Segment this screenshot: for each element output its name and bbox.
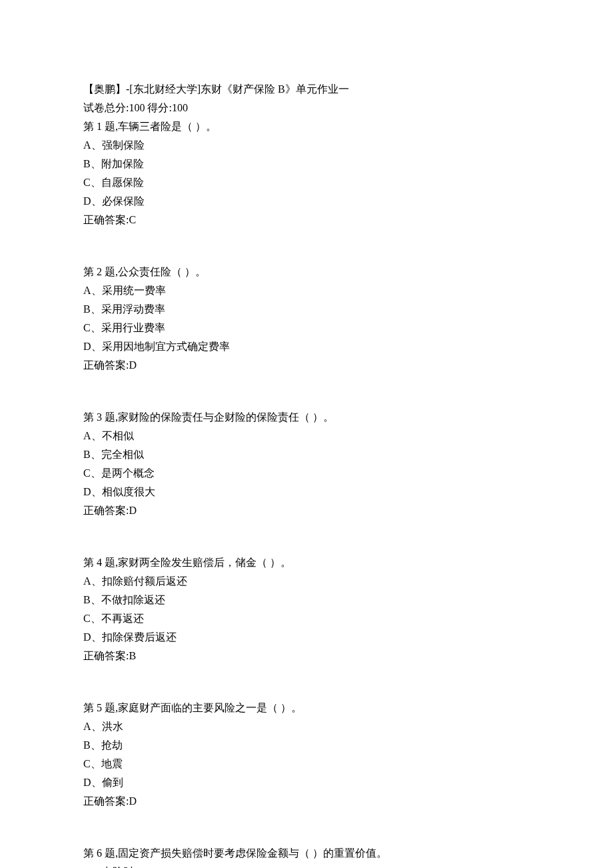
question-option: B、完全相似: [83, 445, 530, 464]
question-prompt: 第 1 题,车辆三者险是（ ）。: [83, 117, 530, 136]
question-option: A、不相似: [83, 427, 530, 445]
question-option: B、附加保险: [83, 155, 530, 173]
question-option: C、自愿保险: [83, 173, 530, 192]
question-prompt: 第 4 题,家财两全险发生赔偿后，储金（ ）。: [83, 553, 530, 572]
question-prompt: 第 6 题,固定资产损失赔偿时要考虑保险金额与（ ）的重置价值。: [83, 844, 530, 863]
score-line: 试卷总分:100 得分:100: [83, 99, 530, 117]
question-prompt: 第 5 题,家庭财产面临的主要风险之一是（ ）。: [83, 699, 530, 717]
question-option: A、强制保险: [83, 136, 530, 155]
question-option: A、洪水: [83, 717, 530, 736]
question-option: A、采用统一费率: [83, 281, 530, 300]
question-option: D、偷到: [83, 773, 530, 792]
question-answer: 正确答案:C: [83, 211, 530, 229]
question-answer: 正确答案:D: [83, 356, 530, 375]
question-block: 第 1 题,车辆三者险是（ ）。A、强制保险B、附加保险C、自愿保险D、必保保险…: [83, 117, 530, 229]
question-block: 第 3 题,家财险的保险责任与企财险的保险责任（ ）。A、不相似B、完全相似C、…: [83, 408, 530, 520]
question-option: D、相似度很大: [83, 483, 530, 501]
question-block: 第 6 题,固定资产损失赔偿时要考虑保险金额与（ ）的重置价值。A、出险时: [83, 844, 530, 868]
question-option: B、不做扣除返还: [83, 591, 530, 609]
question-block: 第 4 题,家财两全险发生赔偿后，储金（ ）。A、扣除赔付额后返还B、不做扣除返…: [83, 553, 530, 665]
question-answer: 正确答案:D: [83, 792, 530, 811]
document-title: 【奥鹏】-[东北财经大学]东财《财产保险 B》单元作业一: [83, 80, 530, 99]
question-option: C、是两个概念: [83, 464, 530, 483]
question-option: B、抢劫: [83, 736, 530, 755]
question-option: C、采用行业费率: [83, 319, 530, 337]
question-option: A、扣除赔付额后返还: [83, 572, 530, 591]
question-prompt: 第 2 题,公众责任险（ ）。: [83, 263, 530, 281]
question-option: C、不再返还: [83, 609, 530, 628]
question-block: 第 2 题,公众责任险（ ）。A、采用统一费率B、采用浮动费率C、采用行业费率D…: [83, 263, 530, 375]
question-option: D、必保保险: [83, 192, 530, 211]
question-option: B、采用浮动费率: [83, 300, 530, 319]
question-prompt: 第 3 题,家财险的保险责任与企财险的保险责任（ ）。: [83, 408, 530, 427]
question-answer: 正确答案:B: [83, 647, 530, 665]
question-answer: 正确答案:D: [83, 501, 530, 520]
question-option: A、出险时: [83, 863, 530, 868]
question-block: 第 5 题,家庭财产面临的主要风险之一是（ ）。A、洪水B、抢劫C、地震D、偷到…: [83, 699, 530, 811]
question-option: D、采用因地制宜方式确定费率: [83, 337, 530, 356]
question-option: D、扣除保费后返还: [83, 628, 530, 647]
question-option: C、地震: [83, 755, 530, 773]
questions-container: 第 1 题,车辆三者险是（ ）。A、强制保险B、附加保险C、自愿保险D、必保保险…: [83, 117, 530, 868]
document-header: 【奥鹏】-[东北财经大学]东财《财产保险 B》单元作业一 试卷总分:100 得分…: [83, 80, 530, 117]
